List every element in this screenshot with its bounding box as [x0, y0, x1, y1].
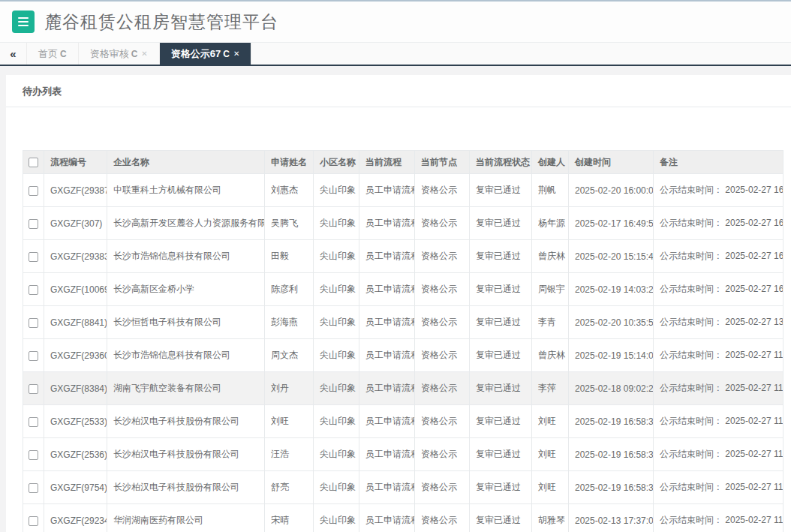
table-cell: 员工申请流程: [359, 438, 415, 471]
table-cell: 员工申请流程: [359, 174, 415, 207]
row-checkbox[interactable]: [29, 516, 38, 526]
column-header: 流程编号: [44, 151, 107, 174]
close-icon[interactable]: ✕: [141, 50, 147, 58]
refresh-icon[interactable]: C: [60, 49, 67, 59]
row-checkbox-cell: [23, 438, 44, 471]
table-cell: 田毅: [265, 240, 314, 273]
table-cell: 资格公示: [415, 207, 470, 240]
table-cell: 复审已通过: [470, 339, 532, 372]
refresh-icon[interactable]: C: [131, 49, 138, 59]
table-cell: 尖山印象: [314, 273, 359, 306]
tab-label: 首页: [38, 47, 58, 61]
table-cell: 舒亮: [265, 471, 314, 504]
table-row[interactable]: GXGZF(29360)长沙市浩锦信息科技有限公司周文杰尖山印象员工申请流程资格…: [23, 339, 783, 372]
table-cell: 2025-02-17 16:49:53: [569, 207, 654, 240]
column-header: 当前流程: [359, 151, 415, 174]
table-row[interactable]: GXGZF(307)长沙高新开发区麓谷人力资源服务有限公司吴腾飞尖山印象员工申请…: [23, 207, 783, 240]
row-checkbox-cell: [23, 372, 44, 405]
row-checkbox[interactable]: [29, 483, 38, 493]
menu-toggle-button[interactable]: [12, 11, 35, 33]
table-cell: 复审已通过: [470, 306, 532, 339]
table-row[interactable]: GXGZF(29383)长沙市浩锦信息科技有限公司田毅尖山印象员工申请流程资格公…: [23, 240, 783, 273]
table-cell: 尖山印象: [314, 240, 359, 273]
table-cell: 中联重科土方机械有限公司: [107, 174, 265, 207]
table-cell: 华润湖南医药有限公司: [107, 504, 265, 532]
table-cell: 2025-02-20 10:35:58: [569, 306, 654, 339]
table-cell: 资格公示: [415, 504, 470, 532]
table-cell: GXGZF(29360): [44, 339, 107, 372]
row-checkbox[interactable]: [29, 351, 38, 361]
tab-home[interactable]: 首页C: [27, 43, 79, 65]
table-row[interactable]: GXGZF(8384)湖南飞宇航空装备有限公司刘丹尖山印象员工申请流程资格公示复…: [23, 372, 783, 405]
table-row[interactable]: GXGZF(2533)长沙柏汉电子科技股份有限公司刘旺尖山印象员工申请流程资格公…: [23, 405, 783, 438]
table-row[interactable]: GXGZF(29387)中联重科土方机械有限公司刘惠杰尖山印象员工申请流程资格公…: [23, 174, 783, 207]
row-checkbox[interactable]: [29, 417, 38, 427]
table-cell: 公示结束时间： 2025-02-27 13:52:19: [654, 306, 783, 339]
table-cell: 杨年源: [532, 207, 569, 240]
tab-label: 资格公示67: [171, 47, 221, 61]
table-cell: 资格公示: [415, 174, 470, 207]
row-checkbox-cell: [23, 306, 44, 339]
table-cell: 资格公示: [415, 240, 470, 273]
table-cell: 宋晴: [265, 504, 314, 532]
column-header: 小区名称: [314, 151, 359, 174]
table-cell: GXGZF(8384): [44, 372, 107, 405]
table-cell: 公示结束时间： 2025-02-27 16:49:50: [654, 273, 783, 306]
column-header: 企业名称: [107, 151, 265, 174]
table-cell: GXGZF(8841): [44, 306, 107, 339]
close-icon[interactable]: ✕: [233, 50, 239, 58]
table-cell: 资格公示: [415, 438, 470, 471]
table-cell: 资格公示: [415, 405, 470, 438]
table-cell: 公示结束时间： 2025-02-27 16:50:12: [654, 240, 783, 273]
panel-title: 待办列表: [6, 75, 791, 107]
table-cell: 公示结束时间： 2025-02-27 11:23:22: [654, 339, 783, 372]
row-checkbox[interactable]: [29, 384, 38, 394]
app-title: 麓谷租赁公租房智慧管理平台: [44, 11, 278, 34]
row-checkbox-cell: [23, 207, 44, 240]
table-cell: 员工申请流程: [359, 339, 415, 372]
row-checkbox[interactable]: [29, 186, 38, 196]
table-cell: 员工申请流程: [359, 273, 415, 306]
table-cell: 彭海燕: [265, 306, 314, 339]
row-checkbox[interactable]: [29, 450, 38, 460]
table-row[interactable]: GXGZF(29234)华润湖南医药有限公司宋晴尖山印象员工申请流程资格公示复审…: [23, 504, 783, 532]
column-header: 创建人: [532, 151, 569, 174]
refresh-icon[interactable]: C: [223, 49, 230, 59]
table-cell: 公示结束时间： 2025-02-27 11:22:27: [654, 471, 783, 504]
table-cell: 资格公示: [415, 339, 470, 372]
table-cell: 尖山印象: [314, 339, 359, 372]
column-header: 当前节点: [415, 151, 470, 174]
table-row[interactable]: GXGZF(2536)长沙柏汉电子科技股份有限公司汪浩尖山印象员工申请流程资格公…: [23, 438, 783, 471]
table-cell: 复审已通过: [470, 405, 532, 438]
row-checkbox[interactable]: [29, 219, 38, 229]
tab-item-2[interactable]: 资格公示67C✕: [160, 43, 252, 65]
table-cell: 刘旺: [532, 405, 569, 438]
tab-item-1[interactable]: 资格审核C✕: [79, 43, 160, 65]
table-cell: GXGZF(10069): [44, 273, 107, 306]
table-row[interactable]: GXGZF(9754)长沙柏汉电子科技股份有限公司舒亮尖山印象员工申请流程资格公…: [23, 471, 783, 504]
app-header: 麓谷租赁公租房智慧管理平台: [0, 2, 791, 43]
double-chevron-left-icon: «: [10, 47, 16, 60]
todo-table-wrap: 流程编号企业名称申请姓名小区名称当前流程当前节点当前流程状态创建人创建时间备注 …: [23, 150, 783, 532]
row-checkbox-cell: [23, 405, 44, 438]
table-cell: 汪浩: [265, 438, 314, 471]
table-cell: 2025-02-19 16:58:39: [569, 471, 654, 504]
table-row[interactable]: GXGZF(10069)长沙高新区金桥小学陈彦利尖山印象员工申请流程资格公示复审…: [23, 273, 783, 306]
select-all-cell: [23, 151, 44, 174]
row-checkbox[interactable]: [29, 318, 38, 328]
table-cell: 复审已通过: [470, 372, 532, 405]
row-checkbox[interactable]: [29, 252, 38, 262]
table-cell: 公示结束时间： 2025-02-27 16:50:53: [654, 174, 783, 207]
table-row[interactable]: GXGZF(8841)长沙恒哲电子科技有限公司彭海燕尖山印象员工申请流程资格公示…: [23, 306, 783, 339]
todo-table: 流程编号企业名称申请姓名小区名称当前流程当前节点当前流程状态创建人创建时间备注 …: [23, 150, 783, 532]
tabs-collapse-button[interactable]: «: [0, 43, 27, 65]
table-cell: 周文杰: [265, 339, 314, 372]
select-all-checkbox[interactable]: [29, 158, 38, 167]
table-cell: 员工申请流程: [359, 471, 415, 504]
table-cell: 胡雅琴: [532, 504, 569, 532]
table-header-row: 流程编号企业名称申请姓名小区名称当前流程当前节点当前流程状态创建人创建时间备注: [23, 151, 783, 174]
table-cell: 曾庆林: [532, 339, 569, 372]
column-header: 备注: [654, 151, 783, 174]
row-checkbox[interactable]: [29, 285, 38, 295]
table-cell: 复审已通过: [470, 471, 532, 504]
